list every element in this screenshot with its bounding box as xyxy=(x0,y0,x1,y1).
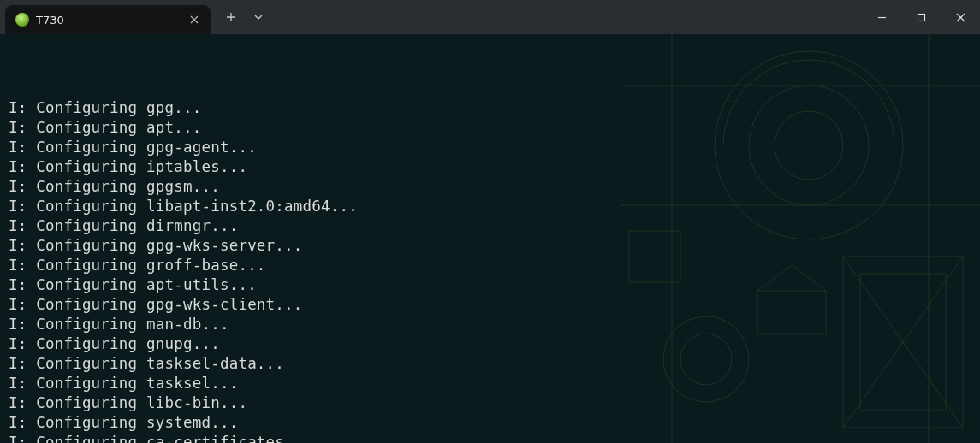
tab-dropdown-button[interactable] xyxy=(246,5,270,29)
terminal-output-line: I: Configuring libapt-inst2.0:amd64... xyxy=(9,197,971,216)
window-close-button[interactable] xyxy=(941,0,980,34)
terminal-output-line: I: Configuring gpg-wks-server... xyxy=(9,236,971,256)
minimize-button[interactable] xyxy=(862,0,901,34)
terminal-output-line: I: Configuring apt... xyxy=(9,118,971,138)
tab-title: T730 xyxy=(36,14,180,27)
titlebar[interactable]: T730 xyxy=(0,0,980,34)
terminal-output-line: I: Configuring gnupg... xyxy=(9,334,971,354)
tab-active[interactable]: T730 xyxy=(5,5,211,34)
minimize-icon xyxy=(877,13,887,22)
tab-strip: T730 xyxy=(0,0,211,34)
terminal-window: T730 xyxy=(0,0,980,443)
terminal-output-line: I: Configuring gpg... xyxy=(9,98,971,118)
terminal-output-line: I: Configuring gpgsm... xyxy=(9,177,971,197)
terminal-output-line: I: Configuring iptables... xyxy=(9,157,971,177)
maximize-button[interactable] xyxy=(901,0,941,34)
maximize-icon xyxy=(917,13,926,22)
tab-close-button[interactable] xyxy=(187,12,202,27)
window-controls xyxy=(862,0,980,34)
close-icon xyxy=(956,13,965,22)
titlebar-drag-region[interactable] xyxy=(270,0,862,34)
terminal-output-line: I: Configuring gpg-wks-client... xyxy=(9,295,971,315)
chevron-down-icon xyxy=(253,12,264,22)
close-icon xyxy=(190,15,199,24)
terminal-output-line: I: Configuring dirmngr... xyxy=(9,216,971,236)
terminal-output-line: I: Configuring apt-utils... xyxy=(9,275,971,295)
terminal-output-line: I: Configuring ca-certificates... xyxy=(9,433,971,443)
new-tab-button[interactable] xyxy=(219,5,243,29)
terminal-output-line: I: Configuring systemd... xyxy=(9,413,971,433)
plus-icon xyxy=(226,12,236,22)
terminal-viewport[interactable]: I: Configuring gpg...I: Configuring apt.… xyxy=(0,34,980,443)
svg-rect-14 xyxy=(918,14,924,21)
terminal-output-line: I: Configuring groff-base... xyxy=(9,256,971,275)
terminal-output-line: I: Configuring tasksel-data... xyxy=(9,354,971,374)
terminal-output-line: I: Configuring gpg-agent... xyxy=(9,138,971,157)
terminal-output-line: I: Configuring libc-bin... xyxy=(9,393,971,413)
tabbar-actions xyxy=(211,0,270,34)
opensuse-icon xyxy=(15,13,29,27)
terminal-output-line: I: Configuring man-db... xyxy=(9,315,971,334)
terminal-output-line: I: Configuring tasksel... xyxy=(9,374,971,393)
